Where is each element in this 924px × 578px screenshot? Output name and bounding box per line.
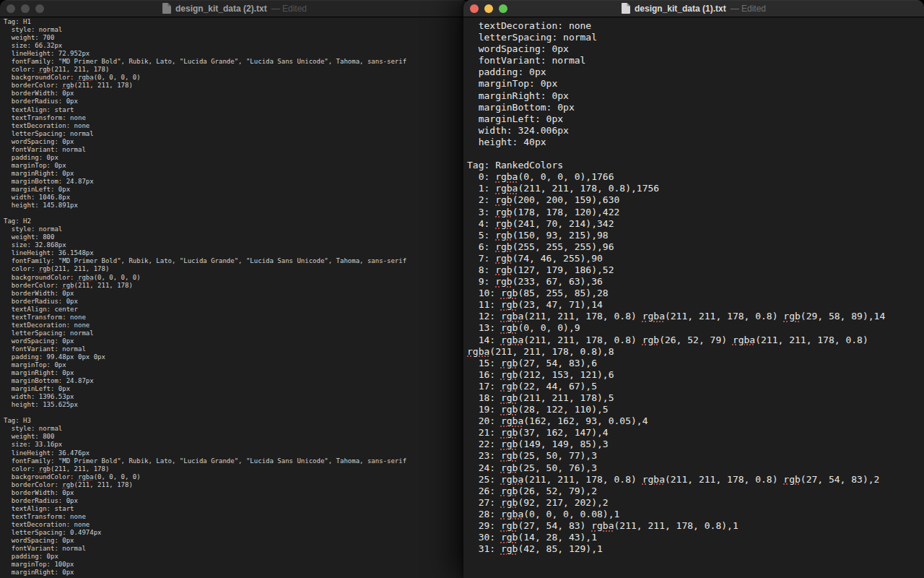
text-line: fontVariant: normal xyxy=(467,55,920,66)
text-line: marginTop: 0px xyxy=(4,361,468,369)
text-line: marginBottom: 24.87px xyxy=(4,377,468,385)
window-right: design_kit_data (1).txt — Edited textDec… xyxy=(463,0,924,578)
text-line: 24: rgb(25, 50, 76),3 xyxy=(467,462,920,474)
text-line: wordSpacing: 0px xyxy=(467,43,920,55)
text-line: textDecoration: none xyxy=(467,20,920,32)
misspelled-token: rgba xyxy=(591,520,614,531)
close-button[interactable] xyxy=(470,4,479,13)
misspelled-token: rgb xyxy=(501,439,518,449)
text-line: 30: rgb(14, 28, 43),1 xyxy=(467,532,920,543)
text-line: borderWidth: 0px xyxy=(4,489,468,497)
minimize-button[interactable] xyxy=(21,4,30,13)
text-line: fontFamily: "MD Primer Bold", Rubik, Lat… xyxy=(4,257,468,265)
misspelled-token: rgb xyxy=(495,276,512,287)
misspelled-token: rgb xyxy=(501,450,518,461)
text-line: weight: 800 xyxy=(4,433,468,441)
right-text-content[interactable]: textDecoration: none letterSpacing: norm… xyxy=(463,17,924,577)
text-line: 31: rgb(42, 85, 129),1 xyxy=(467,543,920,555)
text-line: 22: rgb(149, 149, 85),3 xyxy=(467,439,920,450)
text-line: style: normal xyxy=(4,26,468,34)
misspelled-token: rgb xyxy=(501,381,518,392)
misspelled-token: rgb xyxy=(39,265,51,272)
misspelled-token: rgb xyxy=(501,322,518,333)
zoom-button[interactable] xyxy=(35,4,44,13)
right-titlebar[interactable]: design_kit_data (1).txt — Edited xyxy=(463,0,924,17)
text-line: backgroundColor: rgba(0, 0, 0, 0) xyxy=(4,473,468,481)
minimize-button[interactable] xyxy=(484,4,493,13)
text-line: color: rgb(211, 211, 178) xyxy=(4,265,468,273)
text-line: Tag: H1 xyxy=(4,18,468,26)
text-line: 16: rgb(212, 153, 121),6 xyxy=(467,369,920,381)
text-line: width: 1046.8px xyxy=(4,194,468,202)
misspelled-token: rgb xyxy=(501,497,518,508)
misspelled-token: rgb xyxy=(39,66,51,73)
text-line: backgroundColor: rgba(0, 0, 0, 0) xyxy=(4,74,468,82)
text-line: padding: 0px xyxy=(4,553,468,561)
text-line: 29: rgb(27, 54, 83) rgba(211, 211, 178, … xyxy=(467,520,920,532)
text-line: backgroundColor: rgba(0, 0, 0, 0) xyxy=(4,274,468,282)
misspelled-token: rgba xyxy=(467,346,489,357)
text-line: 23: rgb(25, 50, 77),3 xyxy=(467,450,920,462)
text-line: wordSpacing: 0px xyxy=(4,537,468,545)
misspelled-token: rgb xyxy=(501,427,518,438)
misspelled-token: rgba xyxy=(642,311,665,322)
edited-badge: — Edited xyxy=(731,4,766,14)
left-traffic-lights xyxy=(6,4,44,13)
misspelled-token: rgba xyxy=(501,474,523,485)
text-line: 9: rgb(233, 67, 63),36 xyxy=(467,276,920,288)
misspelled-token: rgb xyxy=(783,311,800,322)
text-line: width: 1396.53px xyxy=(4,393,468,401)
text-line: size: 33.16px xyxy=(4,441,468,449)
window-title-text: design_kit_data (1).txt xyxy=(635,4,726,14)
text-line: textAlign: center xyxy=(4,306,468,314)
misspelled-token: rgb xyxy=(62,481,74,488)
text-line: 4: rgb(241, 70, 214),342 xyxy=(467,218,920,230)
text-line: style: normal xyxy=(4,225,468,233)
text-line: fontFamily: "MD Primer Bold", Rubik, Lat… xyxy=(4,457,468,465)
zoom-button[interactable] xyxy=(499,4,507,13)
text-line: 10: rgb(85, 255, 85),28 xyxy=(467,288,920,299)
misspelled-token: rgb xyxy=(501,358,518,368)
text-line: fontVariant: normal xyxy=(4,345,468,353)
text-line: 18: rgb(211, 211, 178),5 xyxy=(467,392,920,404)
text-line xyxy=(4,210,468,217)
left-titlebar[interactable]: design_kit_data (2).txt — Edited xyxy=(0,0,469,17)
text-line: borderRadius: 0px xyxy=(4,298,468,306)
text-line: 14: rgba(211, 211, 178, 0.8) rgb(26, 52,… xyxy=(467,335,920,358)
left-text-content[interactable]: Tag: H1 style: normal weight: 700 size: … xyxy=(0,17,469,577)
misspelled-token: rgb xyxy=(642,335,659,345)
text-line: 1: rgba(211, 211, 178, 0.8),1756 xyxy=(467,183,920,194)
text-line: textDecoration: none xyxy=(4,322,468,329)
text-line: letterSpacing: 0.4974px xyxy=(4,529,468,537)
misspelled-token: rgb xyxy=(501,392,518,403)
text-line: lineHeight: 72.952px xyxy=(4,50,468,58)
misspelled-token: rgb xyxy=(62,82,74,89)
misspelled-token: rgb xyxy=(495,194,512,205)
misspelled-token: rgb xyxy=(501,462,518,473)
text-line: wordSpacing: 0px xyxy=(4,138,468,146)
window-title-text: design_kit_data (2).txt xyxy=(175,4,267,14)
text-line: marginTop: 0px xyxy=(4,162,468,170)
text-line: textTransform: none xyxy=(4,114,468,122)
misspelled-token: rgb xyxy=(62,282,74,289)
text-line xyxy=(467,148,920,160)
document-icon xyxy=(622,3,630,14)
text-line: marginBottom: 24.87px xyxy=(4,178,468,186)
text-line: size: 66.32px xyxy=(4,42,468,50)
text-line: 17: rgb(22, 44, 67),5 xyxy=(467,381,920,392)
text-line: marginBottom: 0px xyxy=(467,102,920,113)
left-window-title: design_kit_data (2).txt — Edited xyxy=(162,3,307,14)
text-line: marginRight: 0px xyxy=(4,170,468,178)
text-line: 26: rgb(26, 52, 79),2 xyxy=(467,486,920,497)
text-line: padding: 99.48px 0px 0px xyxy=(4,353,468,361)
misspelled-token: rgba xyxy=(501,311,523,322)
text-line: 0: rgba(0, 0, 0, 0),1766 xyxy=(467,171,920,183)
misspelled-token: rgba xyxy=(78,473,94,480)
text-line: textTransform: none xyxy=(4,314,468,322)
close-button[interactable] xyxy=(6,4,15,13)
text-line: 27: rgb(92, 217, 202),2 xyxy=(467,497,920,509)
text-line: 15: rgb(27, 54, 83),6 xyxy=(467,358,920,369)
text-line: weight: 800 xyxy=(4,233,468,241)
text-line: 25: rgba(211, 211, 178, 0.8) rgba(211, 2… xyxy=(467,474,920,486)
text-line: marginRight: 0px xyxy=(4,369,468,377)
